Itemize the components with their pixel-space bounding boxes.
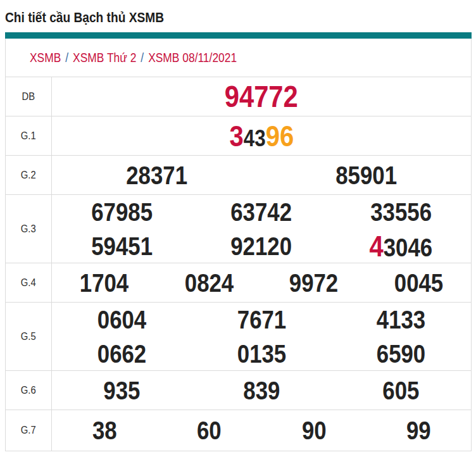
prize-value-cell: 0135 xyxy=(192,337,332,371)
prize-values: 94772 xyxy=(52,77,471,116)
prize-value-segment: 605 xyxy=(383,377,420,404)
prize-value-line: 594519212043046 xyxy=(52,229,471,263)
prize-value: 839 xyxy=(243,378,280,403)
prize-value: 0662 xyxy=(97,341,146,366)
results-card: XSMB/XSMB Thứ 2/XSMB 08/11/2021 DB94772G… xyxy=(5,32,472,451)
prize-value: 92120 xyxy=(231,234,292,259)
prize-value-cell: 34396 xyxy=(52,116,471,155)
prize-row-db: DB94772 xyxy=(6,77,471,116)
prize-value-segment: 4133 xyxy=(377,306,425,334)
prize-value-segment: 0824 xyxy=(185,269,234,297)
prize-value: 33556 xyxy=(370,199,432,225)
prize-value: 60 xyxy=(197,418,222,443)
prize-value-segment: 4 xyxy=(370,230,384,263)
prize-value-line: 1704082499720045 xyxy=(52,263,471,302)
prize-label-text: G.5 xyxy=(21,330,36,343)
prize-values: 38609099 xyxy=(52,410,471,451)
prize-row-g7: G.738609099 xyxy=(6,410,471,451)
prize-value-cell: 28371 xyxy=(52,156,261,194)
breadcrumb-items: XSMB/XSMB Thứ 2/XSMB 08/11/2021 xyxy=(30,51,237,65)
prize-label-text: G.1 xyxy=(21,130,36,142)
prize-value-line: 679856374233556 xyxy=(52,195,471,229)
prize-value-cell: 90 xyxy=(261,410,366,451)
prize-values: 060476714133066201356590 xyxy=(52,303,471,370)
prize-row-g1: G.134396 xyxy=(6,116,471,156)
prize-row-g6: G.6935839605 xyxy=(6,371,471,410)
prize-value: 0824 xyxy=(185,270,234,296)
prize-value-segment: 38 xyxy=(92,416,116,444)
prize-label: G.5 xyxy=(6,303,52,370)
breadcrumb-link-0[interactable]: XSMB xyxy=(30,51,61,65)
prize-value-cell: 59451 xyxy=(52,229,192,263)
prize-value-cell: 99 xyxy=(366,410,472,451)
prize-row-g2: G.22837185901 xyxy=(6,156,471,195)
prize-value-segment: 43 xyxy=(243,125,265,151)
prize-label-text: G.3 xyxy=(21,223,36,235)
prize-label-text: G.7 xyxy=(21,424,36,437)
prize-value: 605 xyxy=(383,378,420,403)
prize-value-cell: 33556 xyxy=(331,195,471,229)
prize-value-segment: 3 xyxy=(229,120,243,153)
prize-value-segment: 33556 xyxy=(370,198,432,226)
prize-value: 63742 xyxy=(231,199,292,225)
prize-row-g4: G.41704082499720045 xyxy=(6,263,471,303)
prize-value: 94772 xyxy=(225,82,298,112)
accent-bar xyxy=(5,32,472,39)
prize-value: 34396 xyxy=(229,122,294,151)
prize-value-segment: 839 xyxy=(243,377,280,404)
prize-value-cell: 63742 xyxy=(192,195,332,229)
prize-value-segment: 28371 xyxy=(126,161,187,189)
prize-value: 1704 xyxy=(80,270,128,296)
page-title-text: Chi tiết cầu Bạch thủ XSMB xyxy=(5,9,164,26)
page: Chi tiết cầu Bạch thủ XSMB XSMB/XSMB Thứ… xyxy=(0,0,476,451)
breadcrumb-link-1[interactable]: XSMB Thứ 2 xyxy=(73,51,136,65)
prize-value-cell: 839 xyxy=(192,371,332,410)
prize-value-cell: 60 xyxy=(157,410,262,451)
prize-label-text: G.6 xyxy=(21,384,36,397)
prize-value-cell: 605 xyxy=(331,371,471,410)
prize-values: 679856374233556594519212043046 xyxy=(52,195,471,263)
prize-value-line: 060476714133 xyxy=(52,303,471,337)
prize-value-segment: 1704 xyxy=(80,269,128,297)
prize-value-cell: 7671 xyxy=(192,303,332,337)
prize-value-segment: 59451 xyxy=(91,232,153,260)
prize-value: 85901 xyxy=(335,163,397,188)
prize-value: 67985 xyxy=(91,199,153,225)
prize-value-cell: 0045 xyxy=(366,263,472,302)
prize-value-cell: 1704 xyxy=(52,263,157,302)
breadcrumb-separator: / xyxy=(136,51,148,65)
prize-label-text: G.2 xyxy=(21,169,36,182)
prize-value: 38 xyxy=(92,418,116,443)
prize-value: 9972 xyxy=(289,270,338,296)
prize-value-segment: 9972 xyxy=(289,269,338,297)
prize-value-line: 38609099 xyxy=(52,410,471,451)
prize-value-segment: 63742 xyxy=(231,198,292,226)
prize-value: 0135 xyxy=(237,341,285,366)
prize-value: 90 xyxy=(301,418,326,443)
prize-value-segment: 6590 xyxy=(377,340,425,368)
prize-value: 43046 xyxy=(370,232,433,261)
prize-value-segment: 96 xyxy=(265,120,294,153)
prize-value-cell: 0604 xyxy=(52,303,192,337)
prize-values: 1704082499720045 xyxy=(52,263,471,302)
prize-value-segment: 3046 xyxy=(384,234,432,261)
prize-value-segment: 92120 xyxy=(231,232,292,260)
prize-value-segment: 7671 xyxy=(237,306,285,334)
prize-value-cell: 43046 xyxy=(331,229,471,263)
prize-value: 28371 xyxy=(126,163,187,188)
prize-value-segment: 0135 xyxy=(237,340,285,368)
prize-label: G.1 xyxy=(6,116,52,155)
prize-value-cell: 935 xyxy=(52,371,192,410)
prize-value-line: 2837185901 xyxy=(52,156,471,194)
prize-label: G.7 xyxy=(6,410,52,451)
prize-value-line: 935839605 xyxy=(52,371,471,410)
prize-value: 0045 xyxy=(394,270,443,296)
prize-value-line: 34396 xyxy=(52,116,471,155)
prize-value-cell: 9972 xyxy=(261,263,366,302)
breadcrumb-link-2[interactable]: XSMB 08/11/2021 xyxy=(148,51,237,65)
prize-values: 34396 xyxy=(52,116,471,155)
prize-value-cell: 0824 xyxy=(157,263,262,302)
prize-value-segment: 67985 xyxy=(91,198,153,226)
prize-value-cell: 94772 xyxy=(52,77,471,116)
prize-values: 935839605 xyxy=(52,371,471,410)
